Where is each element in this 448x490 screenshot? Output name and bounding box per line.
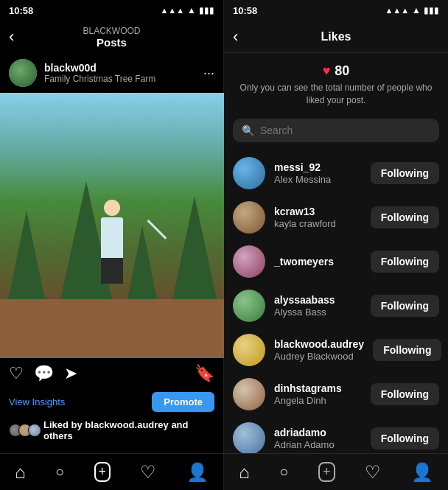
user-handle-0[interactable]: messi_92 [274,161,362,174]
user-handle-4[interactable]: blackwood.audrey [274,337,364,351]
header-username: BLACKWOOD [83,26,140,36]
figure-pants [101,258,123,284]
back-button-right[interactable]: ‹ [233,27,238,46]
user-info-5: dinhstagramsAngela Dinh [274,382,362,406]
user-name-3: Alyssa Bass [274,307,362,318]
battery-right-icon: ▮▮▮ [424,5,439,15]
following-button-6[interactable]: Following [371,427,439,449]
person-figure [90,200,134,303]
following-button-0[interactable]: Following [371,162,439,184]
following-button-3[interactable]: Following [371,295,439,317]
nav-search-left[interactable]: ○ [55,463,64,480]
figure-body [101,217,123,258]
more-options-button[interactable]: ··· [203,66,214,81]
figure-head [104,200,120,216]
likes-count-row: ♥ 80 [323,63,350,79]
nav-search-right[interactable]: ○ [279,463,288,480]
time-left: 10:58 [9,5,33,16]
tree-1 [8,211,45,299]
nav-home-right[interactable]: ⌂ [239,462,250,483]
search-box: 🔍 [233,119,439,142]
user-avatar-6 [233,422,265,453]
like-item: messi_92Alex MessinaFollowing [224,151,448,195]
comment-button[interactable]: 💬 [34,364,54,383]
user-handle-6[interactable]: adriadamo [274,426,362,439]
right-panel: 10:58 ▲▲▲ ▲ ▮▮▮ ‹ Likes ♥ 80 Only you ca… [224,0,448,490]
following-button-1[interactable]: Following [371,206,439,228]
likes-title: Likes [321,30,351,43]
status-icons-left: ▲▲▲ ▲ ▮▮▮ [160,5,214,15]
like-item: adriadamoAdrian AdamoFollowing [224,416,448,453]
status-icons-right: ▲▲▲ ▲ ▮▮▮ [385,5,439,15]
liked-row: Liked by blackwood.audrey and others [0,418,223,447]
following-button-4[interactable]: Following [373,339,441,361]
nav-heart-right[interactable]: ♡ [365,462,381,483]
user-handle-5[interactable]: dinhstagrams [274,382,362,395]
promote-button[interactable]: Promote [152,392,214,412]
header-posts-label: Posts [97,36,127,49]
post-image [0,93,224,358]
time-right: 10:58 [233,5,257,16]
status-bar-right: 10:58 ▲▲▲ ▲ ▮▮▮ [224,0,448,21]
search-container: 🔍 [224,113,448,148]
user-info-6: adriadamoAdrian Adamo [274,426,362,450]
likes-count-section: ♥ 80 Only you can see the total number o… [224,53,448,113]
nav-profile-right[interactable]: 👤 [411,462,433,483]
liked-text: Liked by blackwood.audrey and others [43,419,214,441]
nav-add-right[interactable]: + [318,462,335,482]
user-handle-1[interactable]: kcraw13 [274,205,362,218]
signal-right-icon: ▲▲▲ [385,6,409,15]
user-name-6: Adrian Adamo [274,439,362,450]
user-name-4: Audrey Blackwood [274,351,364,362]
nav-add-left[interactable]: + [94,462,111,482]
user-name-0: Alex Messina [274,174,362,185]
heart-count-icon: ♥ [323,63,331,79]
tree-4 [172,196,217,299]
liked-by-label: Liked by [43,419,85,430]
liked-avatars [9,424,38,437]
profile-row: blackw00d Family Christmas Tree Farm ··· [0,53,223,93]
user-handle-2[interactable]: _twomeyers [274,255,362,268]
likes-number: 80 [335,63,349,79]
nav-heart-left[interactable]: ♡ [140,462,156,483]
profile-info: blackw00d Family Christmas Tree Farm [9,59,155,87]
profile-handle: blackw00d [44,62,155,74]
user-info-2: _twomeyers [274,255,362,268]
search-icon: 🔍 [242,125,254,136]
like-item: dinhstagramsAngela DinhFollowing [224,372,448,416]
nav-profile-left[interactable]: 👤 [186,462,209,483]
user-avatar-4 [233,334,265,366]
nav-home-left[interactable]: ⌂ [15,462,26,483]
user-avatar-5 [233,378,265,410]
bookmark-button[interactable]: 🔖 [195,364,214,383]
view-insights-link[interactable]: View Insights [9,396,65,407]
back-button-left[interactable]: ‹ [9,27,14,46]
header-left: ‹ BLACKWOOD Posts [0,21,223,53]
header-right: ‹ Likes [224,21,448,53]
like-button[interactable]: ♡ [9,364,24,383]
liked-avatar-3 [28,424,41,437]
bottom-nav-left: ⌂ ○ + ♡ 👤 [0,453,223,490]
user-name-5: Angela Dinh [274,395,362,406]
insights-bar: View Insights Promote [0,389,223,418]
battery-icon: ▮▮▮ [199,5,214,15]
signal-icon: ▲▲▲ [160,6,184,15]
user-handle-3[interactable]: alyssaabass [274,293,362,307]
user-info-3: alyssaabassAlyssa Bass [274,293,362,318]
likes-list: messi_92Alex MessinaFollowingkcraw13kayl… [224,148,448,453]
like-item: blackwood.audreyAudrey BlackwoodFollowin… [224,328,448,372]
bottom-nav-right: ⌂ ○ + ♡ 👤 [224,453,448,490]
left-panel: 10:58 ▲▲▲ ▲ ▮▮▮ ‹ BLACKWOOD Posts blackw… [0,0,224,490]
following-button-5[interactable]: Following [371,383,439,405]
wifi-right-icon: ▲ [412,5,421,15]
share-button[interactable]: ➤ [64,364,77,383]
search-input[interactable] [260,125,430,136]
wifi-icon: ▲ [187,5,196,15]
user-avatar-2 [233,245,265,278]
following-button-2[interactable]: Following [371,251,439,273]
like-item: alyssaabassAlyssa BassFollowing [224,284,448,328]
profile-text: blackw00d Family Christmas Tree Farm [44,62,155,84]
user-avatar-1 [233,201,265,234]
profile-subtitle: Family Christmas Tree Farm [44,74,155,84]
liked-by-name[interactable]: blackwood.audrey [85,419,168,430]
